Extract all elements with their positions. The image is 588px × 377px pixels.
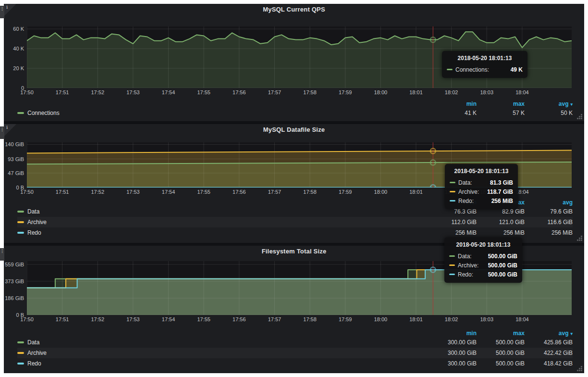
x-tick-label: 17:57 bbox=[263, 89, 286, 95]
y-tick-label: 60 K bbox=[4, 26, 24, 32]
tooltip-series-value: 500.00 GiB bbox=[488, 262, 517, 269]
tooltip-series-value: 500.00 GiB bbox=[488, 253, 517, 260]
x-tick-label: 18:00 bbox=[369, 89, 392, 95]
y-tick-label: 0 B bbox=[4, 312, 24, 318]
legend-series-toggle[interactable]: Connections bbox=[17, 110, 429, 116]
sort-caret-icon: ▾ bbox=[570, 102, 573, 107]
x-tick-label: 17:54 bbox=[157, 89, 180, 95]
legend-value: 256 MiB bbox=[429, 229, 477, 236]
x-tick-label: 17:54 bbox=[157, 316, 180, 322]
series-color-dash-icon bbox=[17, 352, 24, 354]
tooltip-series-row: Redo:256 MiB bbox=[450, 196, 513, 205]
panel-title[interactable]: MySQL Datafile Size bbox=[4, 126, 584, 133]
series-color-dash-icon bbox=[450, 191, 455, 192]
legend-row: Data300.00 GiB500.00 GiB425.86 GiB bbox=[17, 337, 573, 348]
tooltip-series-value: 81.3 GiB bbox=[490, 179, 513, 186]
series-color-dash-icon bbox=[17, 211, 24, 213]
legend-header-min[interactable]: min bbox=[429, 101, 477, 107]
panel-resize-handle-icon[interactable] bbox=[581, 239, 582, 241]
legend-value: 112.0 GiB bbox=[429, 219, 477, 226]
legend-row: Connections41 K57 K50 K bbox=[17, 108, 573, 118]
legend-header-row: minmaxavg▾ bbox=[17, 329, 573, 337]
tooltip-series-row: Data:500.00 GiB bbox=[449, 251, 517, 261]
legend-value: 256 MiB bbox=[525, 229, 573, 236]
x-tick-label: 17:57 bbox=[263, 189, 286, 195]
legend-value: 422.42 GiB bbox=[525, 350, 573, 356]
x-tick-label: 18:02 bbox=[440, 89, 463, 95]
tooltip-series-name: Connections: bbox=[455, 66, 511, 73]
legend-header-avg[interactable]: avg▾ bbox=[525, 330, 573, 337]
legend-value: 79.6 GiB bbox=[525, 208, 573, 215]
legend-header-max[interactable]: max bbox=[477, 330, 525, 337]
x-tick-label: 18:04 bbox=[511, 316, 534, 322]
panel-drag-handle-icon[interactable]: ⋮ bbox=[0, 126, 4, 139]
x-tick-label: 17:58 bbox=[298, 89, 321, 95]
x-tick-label: 18:03 bbox=[475, 316, 498, 322]
legend-row: Archive112.0 GiB121.0 GiB116.6 GiB bbox=[17, 217, 573, 227]
tooltip-series-name: Redo: bbox=[458, 198, 491, 204]
panel-title[interactable]: MySQL Current QPS bbox=[4, 6, 584, 13]
filesystem-tooltip: 2018-05-20 18:01:13 Data:500.00 GiBArchi… bbox=[444, 238, 522, 283]
legend-header-min[interactable]: min bbox=[429, 330, 477, 337]
legend-series-toggle[interactable]: Data bbox=[17, 208, 429, 215]
legend-series-toggle[interactable]: Archive bbox=[17, 219, 429, 226]
legend-value: 82.9 GiB bbox=[477, 208, 525, 215]
x-tick-label: 18:02 bbox=[440, 316, 463, 322]
tooltip-series-value: 118.7 GiB bbox=[487, 188, 513, 195]
tooltip-series-name: Data: bbox=[458, 179, 490, 186]
series-color-dash-icon bbox=[17, 221, 24, 223]
x-tick-label: 17:51 bbox=[51, 189, 74, 195]
tooltip-series-value: 256 MiB bbox=[491, 198, 513, 204]
y-tick-label: 140 GiB bbox=[4, 141, 24, 147]
series-color-dash-icon bbox=[17, 112, 24, 114]
legend-value: 500.00 GiB bbox=[477, 350, 525, 356]
x-tick-label: 17:55 bbox=[192, 189, 215, 195]
x-tick-label: 17:53 bbox=[122, 189, 145, 195]
panel-resize-handle-icon[interactable] bbox=[581, 118, 582, 119]
sort-caret-icon: ▾ bbox=[570, 331, 573, 336]
legend-series-toggle[interactable]: Archive bbox=[17, 350, 429, 356]
legend-header-avg[interactable]: avg bbox=[525, 199, 573, 206]
tooltip-timestamp: 2018-05-20 18:01:13 bbox=[447, 55, 523, 62]
series-color-dash-icon bbox=[450, 182, 455, 183]
tooltip-series-row: Data:81.3 GiB bbox=[450, 178, 513, 187]
tooltip-timestamp: 2018-05-20 18:01:13 bbox=[450, 168, 513, 175]
legend-header-max[interactable]: max bbox=[477, 101, 525, 107]
panel-resize-handle-icon[interactable] bbox=[581, 370, 582, 371]
x-tick-label: 17:52 bbox=[86, 89, 109, 95]
legend-header-avg[interactable]: avg▾ bbox=[525, 101, 573, 107]
tooltip-series-name: Archive: bbox=[458, 188, 487, 195]
legend-series-toggle[interactable]: Redo bbox=[17, 229, 429, 236]
legend-value: 256 MiB bbox=[477, 229, 525, 236]
series-color-dash-icon bbox=[449, 255, 455, 257]
tooltip-series-value: 49 K bbox=[511, 66, 523, 73]
x-tick-label: 18:01 bbox=[404, 189, 428, 195]
tooltip-series-row: Archive:118.7 GiB bbox=[450, 187, 513, 196]
tooltip-series-name: Archive: bbox=[458, 262, 488, 269]
series-color-dash-icon bbox=[17, 363, 24, 364]
legend-row: Redo300.00 GiB500.00 GiB418.42 GiB bbox=[17, 358, 573, 369]
legend-value: 76.3 GiB bbox=[429, 208, 477, 215]
x-tick-label: 17:56 bbox=[228, 316, 251, 322]
x-tick-label: 17:54 bbox=[157, 189, 180, 195]
tooltip-series-row: Archive:500.00 GiB bbox=[449, 261, 517, 270]
x-tick-label: 18:01 bbox=[404, 89, 428, 95]
x-tick-label: 17:56 bbox=[228, 189, 251, 195]
x-tick-label: 18:00 bbox=[369, 316, 392, 322]
legend-value: 300.00 GiB bbox=[429, 360, 477, 367]
x-tick-label: 17:53 bbox=[122, 89, 145, 95]
qps-tooltip: 2018-05-20 18:01:13 Connections:49 K bbox=[442, 51, 527, 78]
tooltip-series-row: Connections:49 K bbox=[447, 65, 523, 74]
legend-row: Archive300.00 GiB500.00 GiB422.42 GiB bbox=[17, 348, 573, 358]
panel-drag-handle-icon[interactable]: ⋮ bbox=[0, 248, 4, 261]
x-tick-label: 17:53 bbox=[122, 316, 145, 322]
x-tick-label: 17:51 bbox=[51, 316, 74, 322]
panel-drag-handle-icon[interactable]: ⋮ bbox=[0, 6, 4, 18]
legend-value: 300.00 GiB bbox=[429, 350, 477, 356]
legend-value: 418.42 GiB bbox=[525, 360, 573, 367]
legend-value: 50 K bbox=[525, 110, 573, 116]
legend-series-toggle[interactable]: Redo bbox=[17, 360, 429, 367]
legend-series-toggle[interactable]: Data bbox=[17, 339, 429, 346]
x-tick-label: 17:58 bbox=[298, 189, 321, 195]
x-tick-label: 17:57 bbox=[263, 316, 286, 322]
